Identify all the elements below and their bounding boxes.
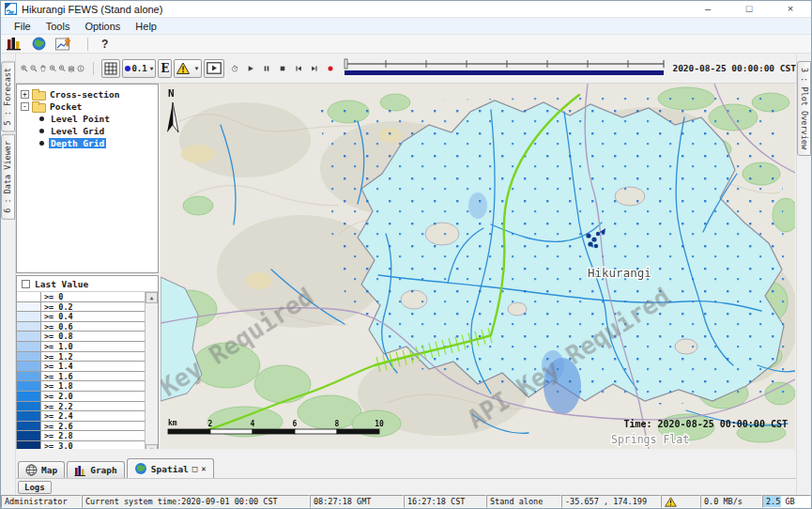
status-warning-cell[interactable]: [661, 495, 700, 508]
zoom-next-icon[interactable]: [58, 59, 66, 78]
tree-node-label[interactable]: Level Grid: [49, 126, 106, 136]
layers-icon[interactable]: [68, 59, 75, 78]
zoom-previous-icon[interactable]: [49, 59, 56, 78]
tree-node-label[interactable]: Pocket: [48, 101, 84, 112]
legend-row[interactable]: >= 0.8: [17, 332, 145, 342]
time-slider[interactable]: [343, 58, 666, 79]
menu-options[interactable]: Options: [77, 21, 128, 32]
last-value-label: Last Value: [35, 279, 88, 289]
tab-plot-overview[interactable]: 3 : Plot Overview: [797, 61, 811, 156]
left-tab-strip: 5 : Forecast 6 : Data Viewer: [1, 54, 16, 495]
logs-tab[interactable]: Logs: [18, 481, 52, 494]
close-button[interactable]: ×: [770, 1, 811, 17]
legend-row-label: >= 1.2: [41, 352, 73, 362]
legend-row[interactable]: >= 1.6: [17, 372, 145, 382]
bullet-icon: [39, 116, 44, 121]
menu-file[interactable]: File: [7, 21, 38, 32]
tab-restore-icon[interactable]: □: [192, 464, 197, 473]
skip-to-end-button[interactable]: [311, 59, 318, 78]
scroll-up-icon[interactable]: ▲: [146, 292, 158, 303]
menu-tools[interactable]: Tools: [38, 21, 78, 32]
info-icon[interactable]: [77, 59, 84, 78]
zoom-out-icon[interactable]: [30, 59, 38, 78]
legend-row[interactable]: >= 1.4: [17, 362, 145, 372]
tree-node-depth-grid[interactable]: Depth Grid: [38, 137, 158, 148]
svg-text:km: km: [168, 419, 177, 427]
legend-row[interactable]: >= 2.8: [17, 431, 145, 441]
main-toolbar: ?: [1, 35, 811, 54]
legend-row[interactable]: >= 2.6: [17, 422, 145, 432]
record-button[interactable]: [327, 59, 334, 78]
tab-map[interactable]: Map: [18, 461, 65, 478]
legend-row[interactable]: >= 2.0: [17, 392, 145, 402]
tree-node-label-selected[interactable]: Depth Grid: [49, 138, 106, 148]
minimize-button[interactable]: –: [687, 1, 728, 17]
point-size-value: 0.1: [131, 64, 146, 73]
map-view[interactable]: API Key Required API Key Required N Hiku…: [161, 84, 795, 449]
tree-node-pocket[interactable]: - Pocket: [21, 100, 158, 112]
bullet-icon: [39, 141, 44, 146]
pan-hand-icon[interactable]: [39, 59, 47, 78]
status-mode: Stand alone: [486, 495, 561, 508]
last-value-checkbox[interactable]: [22, 280, 30, 288]
thresholds-dropdown[interactable]: ▼: [174, 59, 202, 78]
tree-node-label[interactable]: Cross-section: [48, 89, 121, 100]
legend-row[interactable]: >= 0.2: [17, 302, 145, 313]
pause-button[interactable]: [263, 59, 270, 78]
time-series-display-icon[interactable]: [55, 37, 72, 51]
legend-row-label: >= 1.8: [41, 381, 73, 391]
tab-spatial[interactable]: Spatial □ ✕: [127, 458, 214, 478]
tree-node-level-grid[interactable]: Level Grid: [38, 125, 158, 136]
expand-icon[interactable]: +: [21, 90, 29, 99]
skip-to-start-button[interactable]: [295, 59, 302, 78]
app-logo-icon: [5, 3, 17, 15]
status-memory-gauge: 2.5 GB: [762, 495, 811, 508]
legend-row[interactable]: >= 2.2: [17, 402, 145, 412]
layer-tree[interactable]: + Cross-section - Pocket Level Point Lev…: [16, 84, 159, 273]
menu-bar: File Tools Options Help: [1, 18, 811, 35]
tab-close-icon[interactable]: ✕: [201, 464, 206, 473]
grid-display-globe-icon[interactable]: [31, 37, 48, 51]
legend-row[interactable]: >= 2.4: [17, 411, 145, 422]
legend-row[interactable]: >= 1.0: [17, 342, 145, 352]
movie-play-icon: [207, 62, 222, 74]
title-bar: Hikurangi FEWS (Stand alone) – □ ×: [1, 1, 811, 18]
forecast-manager-icon[interactable]: [7, 37, 23, 51]
legend-row[interactable]: >= 1.2: [17, 352, 145, 362]
legend-color-swatch: [17, 411, 41, 421]
menu-help[interactable]: Help: [128, 21, 164, 32]
tree-node-level-point[interactable]: Level Point: [38, 113, 158, 124]
show-grid-button[interactable]: [101, 59, 120, 78]
zoom-in-icon[interactable]: [21, 59, 28, 78]
map-canvas[interactable]: API Key Required API Key Required N Hiku…: [161, 84, 795, 449]
legend-row-label: >= 0.4: [41, 312, 73, 321]
stop-button[interactable]: [279, 59, 286, 78]
legend-row[interactable]: >= 0.6: [17, 322, 145, 332]
tab-graph[interactable]: Graph: [67, 461, 125, 478]
collapse-icon[interactable]: -: [21, 102, 29, 111]
time-slider-thumb[interactable]: [345, 59, 347, 69]
animation-timer-icon[interactable]: [231, 59, 238, 78]
point-size-dropdown[interactable]: 0.1 ▼: [122, 59, 156, 78]
movie-export-button[interactable]: [204, 59, 224, 78]
legend-color-swatch: [17, 292, 41, 301]
legend-row[interactable]: >= 0.4: [17, 312, 145, 322]
play-button[interactable]: [247, 59, 254, 78]
legend-row-label: >= 2.8: [41, 431, 73, 440]
legend-scrollbar[interactable]: ▲ ▼: [145, 292, 158, 455]
wireframe-globe-icon: [25, 464, 38, 476]
tree-node-label[interactable]: Level Point: [49, 114, 112, 124]
legend-row-label: >= 2.2: [41, 402, 73, 411]
tab-data-viewer[interactable]: 6 : Data Viewer: [1, 134, 15, 220]
tab-forecast[interactable]: 5 : Forecast: [1, 61, 15, 131]
legend-row-label: >= 1.6: [41, 372, 73, 381]
legend-row[interactable]: >= 1.8: [17, 381, 145, 392]
legend-row-label: >= 2.6: [41, 422, 73, 431]
help-button[interactable]: ?: [101, 38, 108, 51]
labels-toggle-button[interactable]: E: [158, 59, 172, 78]
legend-row[interactable]: >= 0: [17, 292, 145, 302]
tree-node-cross-section[interactable]: + Cross-section: [21, 88, 158, 100]
maximize-button[interactable]: □: [728, 1, 770, 17]
right-tab-strip: 3 : Plot Overview: [796, 54, 811, 495]
chevron-down-icon: ▼: [193, 66, 199, 71]
